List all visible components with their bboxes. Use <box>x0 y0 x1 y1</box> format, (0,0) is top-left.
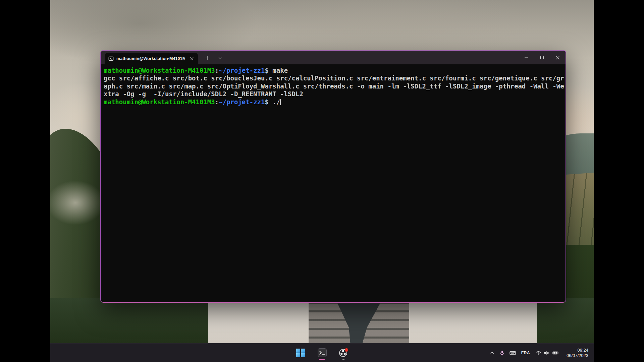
close-icon <box>556 56 560 60</box>
prompt-user-host: mathoumin@Workstation-M4101M3 <box>104 67 215 74</box>
taskbar-windows-terminal-button[interactable] <box>315 346 329 360</box>
terminal-prompt-line: mathoumin@Workstation-M4101M3:~/projet-z… <box>104 67 564 74</box>
taskbar-pinned-apps <box>293 344 351 362</box>
active-app-indicator <box>319 359 325 360</box>
wallpaper-village <box>50 181 104 225</box>
prompt-symbol: $ <box>265 67 268 74</box>
terminal-tab[interactable]: mathoumin@Workstation-M4101M3 <box>105 53 198 64</box>
command-in-progress: ./ <box>269 98 280 106</box>
terminal-output-line: gcc src/affiche.c src/bot.c src/bouclesJ… <box>104 74 564 82</box>
maximize-button[interactable] <box>534 51 550 64</box>
new-tab-button[interactable] <box>202 53 212 63</box>
terminal-tab-title: mathoumin@Workstation-M4101M3 <box>116 56 185 61</box>
terminal-prompt-line: mathoumin@Workstation-M4101M3:~/projet-z… <box>104 98 564 106</box>
system-tray: FRA <box>487 344 591 362</box>
tray-show-hidden-icons-button[interactable] <box>487 346 497 360</box>
prompt-separator: : <box>215 67 219 74</box>
microphone-icon <box>499 350 505 356</box>
window-controls <box>518 51 566 64</box>
taskbar-obs-studio-button[interactable] <box>336 346 351 360</box>
chevron-down-icon <box>218 56 222 60</box>
chevron-up-icon <box>490 350 495 355</box>
running-app-indicator <box>342 359 344 360</box>
volume-muted-icon <box>544 350 550 356</box>
tab-close-icon[interactable] <box>187 55 196 63</box>
minimize-icon <box>524 56 528 60</box>
plus-icon <box>205 56 209 60</box>
tab-dropdown-button[interactable] <box>215 53 225 63</box>
recording-red-dot <box>345 348 348 351</box>
tray-network-volume-battery-button[interactable] <box>533 350 562 356</box>
windows-terminal-icon <box>318 348 327 357</box>
taskbar: FRA <box>50 343 594 362</box>
obs-studio-icon <box>338 348 348 358</box>
prompt-user-host: mathoumin@Workstation-M4101M3 <box>104 98 215 106</box>
prompt-symbol: $ <box>265 98 268 106</box>
command-prompt-icon <box>108 56 114 61</box>
command-make: make <box>269 67 288 74</box>
taskbar-clock[interactable]: 09:24 06/07/2023 <box>564 348 591 358</box>
wallpaper-dam-structure <box>208 302 537 349</box>
tray-language-button[interactable]: FRA <box>518 346 533 360</box>
clock-time: 09:24 <box>567 348 588 353</box>
prompt-path: ~/projet-zz1 <box>219 98 265 106</box>
terminal-viewport[interactable]: mathoumin@Workstation-M4101M3:~/projet-z… <box>101 64 566 302</box>
tray-microphone-button[interactable] <box>497 346 507 360</box>
close-button[interactable] <box>550 51 566 64</box>
battery-charging-icon <box>552 350 559 356</box>
desktop-screenshot: mathoumin@Workstation-M4101M3 <box>0 0 644 362</box>
start-button[interactable] <box>293 346 308 360</box>
terminal-window: mathoumin@Workstation-M4101M3 <box>100 50 566 303</box>
prompt-separator: : <box>215 98 219 106</box>
wifi-icon <box>536 350 541 356</box>
terminal-output-line: aph.c src/main.c src/map.c src/OptiFloyd… <box>104 82 564 90</box>
touch-keyboard-icon <box>509 350 516 356</box>
windows-logo-icon <box>296 349 305 357</box>
terminal-titlebar[interactable]: mathoumin@Workstation-M4101M3 <box>101 51 566 64</box>
terminal-cursor <box>280 99 281 105</box>
clock-date: 06/07/2023 <box>567 353 588 358</box>
minimize-button[interactable] <box>518 51 534 64</box>
desktop: mathoumin@Workstation-M4101M3 <box>50 0 594 362</box>
terminal-output-line: xtra -Og -g -I/usr/include/SDL2 -D_REENT… <box>104 90 564 98</box>
maximize-icon <box>540 56 544 60</box>
tray-touch-keyboard-button[interactable] <box>507 346 518 360</box>
prompt-path: ~/projet-zz1 <box>219 67 265 74</box>
